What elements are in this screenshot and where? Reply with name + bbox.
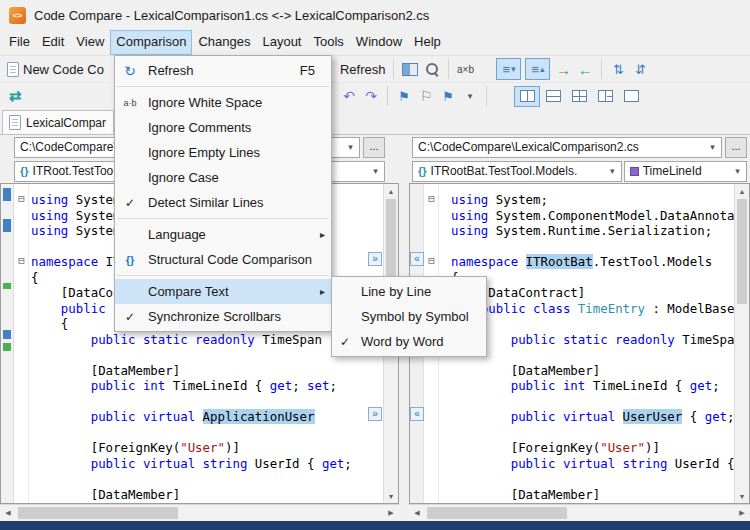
- code-token: [615, 409, 622, 424]
- scroll-down-icon[interactable]: ▼: [384, 489, 398, 503]
- scroll-left-icon[interactable]: ◀: [0, 509, 16, 517]
- horizontal-split-icon: [546, 90, 561, 102]
- code-token: TimeLineId {: [585, 378, 689, 393]
- menu-item-ignore-comments[interactable]: Ignore Comments: [115, 115, 331, 140]
- menu-item-structural-code-comparison[interactable]: {}Structural Code Comparison: [115, 247, 331, 272]
- copy-all-to-right-icon[interactable]: →: [553, 59, 573, 79]
- layout-mixed-button[interactable]: [592, 86, 618, 107]
- menubar-item-edit[interactable]: Edit: [36, 30, 70, 55]
- menubar-item-window[interactable]: Window: [350, 30, 408, 55]
- fold-toggle-icon[interactable]: ⊟: [426, 194, 437, 205]
- code-token: {: [682, 409, 704, 424]
- next-difference-icon[interactable]: ⇅: [608, 59, 628, 79]
- right-hscroll-thumb[interactable]: [427, 507, 567, 519]
- menubar-item-layout[interactable]: Layout: [256, 30, 307, 55]
- code-token: [451, 378, 511, 393]
- toggle-bookmark-icon[interactable]: ⚑: [394, 86, 414, 106]
- scroll-down-icon[interactable]: ▼: [735, 489, 749, 503]
- check-icon: ✓: [118, 196, 142, 210]
- menu-item-ignore-empty-lines[interactable]: Ignore Empty Lines: [115, 140, 331, 165]
- code-token: get: [705, 409, 727, 424]
- menu-item-language[interactable]: Language▸: [115, 222, 331, 247]
- menubar-item-comparison[interactable]: Comparison: [110, 30, 192, 55]
- search-icon[interactable]: [424, 61, 440, 77]
- right-vertical-scrollbar[interactable]: ▲ ▼: [734, 184, 749, 503]
- submenu-item-word-by-word[interactable]: ✓Word by Word: [332, 329, 486, 354]
- submenu-item-symbol-by-symbol[interactable]: Symbol by Symbol: [332, 304, 486, 329]
- menu-item-synchronize-scrollbars[interactable]: ✓Synchronize Scrollbars: [115, 304, 331, 329]
- layout-vertical-button[interactable]: [514, 86, 540, 107]
- right-file-path-combo[interactable]: C:\CodeCompare\LexicalComparison2.cs ▾: [412, 137, 722, 158]
- menu-item-ignore-white-space[interactable]: a·bIgnore White Space: [115, 90, 331, 115]
- swap-sides-icon[interactable]: ⇄: [5, 86, 25, 106]
- right-member-combo[interactable]: TimeLineId ▾: [624, 161, 747, 182]
- layout-single-button[interactable]: [618, 86, 644, 107]
- dropdown-arrow-icon[interactable]: ▾: [368, 166, 383, 176]
- menu-item-compare-text[interactable]: Compare Text▸: [115, 279, 331, 304]
- copy-to-left-button-user[interactable]: «: [410, 407, 424, 421]
- menubar-item-help[interactable]: Help: [408, 30, 447, 55]
- dropdown-arrow-icon[interactable]: ▾: [343, 142, 358, 152]
- new-code-comparison-button[interactable]: New Code Co: [4, 58, 107, 81]
- toolbar-overflow-icon[interactable]: ▾: [460, 86, 480, 106]
- clear-bookmarks-icon[interactable]: ⚐: [416, 86, 436, 106]
- menu-item-refresh[interactable]: ↻RefreshF5: [115, 58, 331, 83]
- submenu-item-line-by-line[interactable]: Line by Line: [332, 279, 486, 304]
- code-token: [451, 394, 458, 409]
- scroll-right-icon[interactable]: ▶: [734, 509, 750, 517]
- dropdown-arrow-icon[interactable]: ▾: [705, 142, 720, 152]
- right-vscroll-thumb[interactable]: [737, 199, 747, 304]
- fold-toggle-icon[interactable]: ⊟: [426, 256, 437, 267]
- compare-files-icon[interactable]: [402, 63, 418, 76]
- undo-icon[interactable]: ↶: [339, 86, 359, 106]
- copy-all-to-left-icon[interactable]: ←: [575, 59, 595, 79]
- layout-horizontal-button[interactable]: [540, 86, 566, 107]
- left-hscroll-thumb[interactable]: [18, 507, 178, 519]
- fold-toggle-icon[interactable]: ⊟: [16, 256, 27, 267]
- code-token: TimeSpan: [255, 332, 322, 347]
- copy-to-right-button-namespace[interactable]: »: [368, 252, 382, 266]
- scroll-up-icon[interactable]: ▲: [384, 184, 398, 198]
- show-unchanged-lines-toggle[interactable]: ≡▴: [525, 58, 550, 80]
- dropdown-arrow-icon[interactable]: ▾: [605, 166, 620, 176]
- change-marker: [3, 219, 11, 232]
- menubar-item-changes[interactable]: Changes: [192, 30, 256, 55]
- code-line: public virtual string UserId { get;: [31, 456, 383, 472]
- code-token: [DataMember]: [451, 487, 600, 502]
- code-token: public static readonly: [91, 332, 255, 347]
- redo-icon[interactable]: ↷: [361, 86, 381, 106]
- menu-item-detect-similar-lines[interactable]: ✓Detect Similar Lines: [115, 190, 331, 215]
- menubar-item-tools[interactable]: Tools: [308, 30, 350, 55]
- previous-difference-icon[interactable]: ⇵: [630, 59, 650, 79]
- scroll-left-icon[interactable]: ◀: [409, 509, 425, 517]
- dropdown-arrow-icon[interactable]: ▾: [730, 166, 745, 176]
- menu-item-ignore-case[interactable]: Ignore Case: [115, 165, 331, 190]
- scroll-right-icon[interactable]: ▶: [383, 509, 399, 517]
- show-changed-lines-toggle[interactable]: ≡▾: [496, 58, 521, 80]
- menubar-item-view[interactable]: View: [70, 30, 110, 55]
- scroll-up-icon[interactable]: ▲: [735, 184, 749, 198]
- code-line: [DataMember]: [451, 487, 734, 503]
- code-token: TimeEntry: [578, 301, 645, 316]
- left-horizontal-scrollbar[interactable]: ◀ ▶: [0, 504, 399, 521]
- left-browse-button[interactable]: ...: [363, 137, 385, 158]
- copy-to-right-button-user[interactable]: »: [368, 407, 382, 421]
- code-token: [451, 471, 458, 486]
- right-browse-button[interactable]: ...: [725, 137, 747, 158]
- ignore-whitespace-toolbar-icon[interactable]: a×b: [455, 59, 475, 79]
- code-token: [451, 425, 458, 440]
- code-line: public virtual UserUser { get;: [451, 409, 734, 425]
- layout-grid-button[interactable]: [566, 86, 592, 107]
- new-code-comparison-label: New Code Co: [23, 62, 104, 77]
- code-token: namespace: [451, 254, 518, 269]
- right-namespace-combo[interactable]: {} ITRootBat.TestTool.Models. ▾: [412, 161, 622, 182]
- menubar-item-file[interactable]: File: [3, 30, 36, 55]
- next-bookmark-icon[interactable]: ⚑: [438, 86, 458, 106]
- code-token: [451, 456, 511, 471]
- tab-lexicalcomparison1[interactable]: LexicalCompar: [2, 110, 114, 134]
- copy-to-left-button-namespace[interactable]: «: [410, 252, 424, 266]
- right-horizontal-scrollbar[interactable]: ◀ ▶: [409, 504, 750, 521]
- code-token: [31, 301, 61, 316]
- fold-toggle-icon[interactable]: ⊟: [16, 194, 27, 205]
- left-overview-strip[interactable]: [1, 184, 14, 503]
